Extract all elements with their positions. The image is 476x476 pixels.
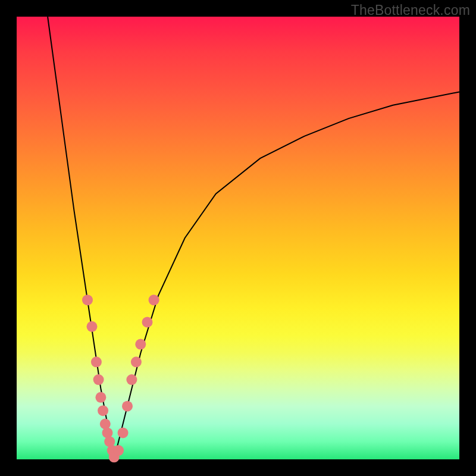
marker-dot bbox=[118, 427, 129, 438]
bottleneck-curve bbox=[48, 17, 459, 459]
marker-dot bbox=[142, 317, 153, 327]
marker-dot bbox=[122, 401, 133, 412]
marker-dot bbox=[149, 295, 159, 305]
marker-dot bbox=[126, 374, 137, 385]
watermark-text: TheBottleneck.com bbox=[351, 2, 470, 18]
chart-frame: TheBottleneck.com bbox=[0, 0, 476, 476]
marker-dot bbox=[93, 374, 104, 385]
marker-dot bbox=[113, 445, 124, 456]
marker-dot bbox=[98, 405, 108, 416]
plot-area bbox=[17, 17, 459, 459]
marker-dot bbox=[95, 392, 106, 403]
marker-dot bbox=[135, 339, 146, 350]
curve-layer bbox=[17, 17, 459, 459]
marker-dot bbox=[82, 295, 93, 305]
marker-dot bbox=[91, 356, 102, 367]
marker-dot bbox=[87, 321, 98, 332]
marker-dot bbox=[131, 356, 142, 367]
marker-group bbox=[82, 295, 159, 462]
